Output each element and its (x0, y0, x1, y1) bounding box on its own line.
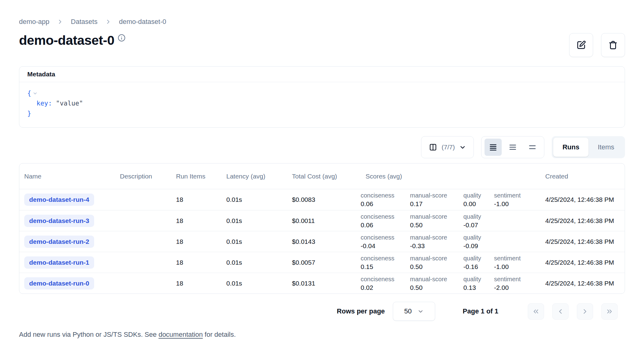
score-value: 0.00 (463, 200, 494, 208)
row-height-loose-button[interactable] (524, 139, 541, 156)
score-value: 0.06 (361, 200, 410, 208)
title-row: demo-dataset-0 (19, 33, 625, 57)
breadcrumb-item-datasets[interactable]: Datasets (71, 18, 98, 26)
score-label: manual-score (410, 275, 463, 283)
json-close-brace: } (27, 109, 31, 119)
score-value: -0.09 (463, 242, 494, 250)
table-header-row: Name Description Run Items Latency (avg)… (19, 163, 625, 189)
metadata-panel-title: Metadata (19, 67, 625, 82)
score-label: quality (463, 254, 494, 263)
page-size-select[interactable]: 50 (393, 302, 435, 321)
breadcrumb: demo-app Datasets demo-dataset-0 (19, 18, 625, 26)
score-label: manual-score (410, 254, 463, 263)
run-link[interactable]: demo-dataset-run-4 (24, 194, 94, 206)
run-link[interactable]: demo-dataset-run-3 (24, 215, 94, 227)
score-label: manual-score (410, 233, 463, 242)
run-total-cost: $0.0083 (287, 196, 361, 203)
json-key: key: (36, 98, 52, 109)
pagination-nav (528, 303, 618, 320)
run-scores: conciseness0.15 manual-score0.50 quality… (361, 254, 540, 271)
chevron-down-icon[interactable] (33, 91, 38, 96)
first-page-button[interactable] (528, 303, 544, 320)
tab-items[interactable]: Items (588, 138, 623, 157)
run-total-cost: $0.0011 (287, 217, 361, 225)
edit-dataset-button[interactable] (569, 33, 593, 57)
score-value: 0.17 (410, 200, 463, 208)
column-header-run-items: Run Items (171, 173, 221, 180)
column-header-created: Created (540, 173, 625, 180)
run-items-count: 18 (171, 196, 221, 203)
run-scores: conciseness0.06 manual-score0.50 quality… (361, 213, 540, 229)
score-value: 0.13 (463, 283, 494, 292)
sdk-hint-text: Add new runs via Python or JS/TS SDKs. S… (19, 331, 625, 339)
column-header-total-cost: Total Cost (avg) (287, 173, 361, 180)
table-row: demo-dataset-run-0 18 0.01s $0.0131 conc… (19, 273, 625, 294)
metadata-json-viewer: { key: "value" } (19, 82, 625, 127)
chevron-right-icon (105, 18, 112, 25)
chevrons-left-icon (532, 308, 540, 315)
score-label: quality (463, 233, 494, 242)
title-actions (569, 33, 625, 57)
run-link[interactable]: demo-dataset-run-1 (24, 256, 94, 269)
last-page-button[interactable] (601, 303, 618, 320)
run-created-timestamp: 4/25/2024, 12:46:38 PM (540, 217, 625, 225)
tab-runs[interactable]: Runs (553, 138, 588, 157)
score-value: 0.50 (410, 283, 463, 292)
score-label: quality (463, 275, 494, 283)
breadcrumb-item-current-dataset[interactable]: demo-dataset-0 (119, 18, 166, 26)
chevron-right-icon (581, 308, 589, 315)
run-created-timestamp: 4/25/2024, 12:46:38 PM (540, 259, 625, 266)
edit-icon (576, 40, 586, 50)
run-scores: conciseness-0.04 manual-score-0.33 quali… (361, 233, 540, 250)
score-value: -2.00 (494, 283, 533, 292)
score-value: -0.04 (361, 242, 410, 250)
page-size-value: 50 (404, 307, 412, 315)
chevron-down-icon (417, 308, 424, 315)
pagination-bar: Rows per page 50 Page 1 of 1 (19, 302, 625, 321)
trash-icon (608, 40, 618, 50)
row-height-dense-button[interactable] (485, 139, 502, 156)
column-header-latency: Latency (avg) (221, 173, 287, 180)
column-header-scores: Scores (avg) (361, 173, 540, 180)
run-latency: 0.01s (221, 259, 287, 266)
score-value: 0.50 (410, 221, 463, 229)
score-label: manual-score (410, 213, 463, 221)
column-header-description: Description (115, 173, 171, 180)
score-value: 0.15 (361, 263, 410, 271)
score-value: -0.16 (463, 263, 494, 271)
chevron-down-icon (459, 144, 466, 151)
run-link[interactable]: demo-dataset-run-2 (24, 236, 94, 248)
next-page-button[interactable] (577, 303, 593, 320)
run-latency: 0.01s (221, 217, 287, 225)
delete-dataset-button[interactable] (601, 33, 625, 57)
run-total-cost: $0.0143 (287, 238, 361, 245)
previous-page-button[interactable] (552, 303, 569, 320)
row-height-medium-button[interactable] (504, 139, 521, 156)
score-label: conciseness (361, 213, 410, 221)
table-row: demo-dataset-run-1 18 0.01s $0.0057 conc… (19, 252, 625, 273)
column-visibility-button[interactable]: (7/7) (421, 136, 474, 158)
run-link[interactable]: demo-dataset-run-0 (24, 277, 94, 290)
breadcrumb-item-project[interactable]: demo-app (19, 18, 49, 26)
run-scores: conciseness0.02 manual-score0.50 quality… (361, 275, 540, 292)
info-icon[interactable] (117, 34, 126, 42)
score-label: conciseness (361, 233, 410, 242)
runs-table: Name Description Run Items Latency (avg)… (19, 163, 625, 294)
run-latency: 0.01s (221, 238, 287, 245)
page-title: demo-dataset-0 (19, 33, 114, 48)
score-value: -1.00 (494, 263, 533, 271)
column-header-name: Name (19, 173, 115, 180)
run-created-timestamp: 4/25/2024, 12:46:38 PM (540, 238, 625, 245)
score-value: 0.50 (410, 263, 463, 271)
score-label: sentiment (494, 275, 533, 283)
score-value: 0.06 (361, 221, 410, 229)
score-label: sentiment (494, 191, 533, 200)
score-label: quality (463, 191, 494, 200)
rows-medium-icon (508, 143, 517, 152)
documentation-link[interactable]: documentation (159, 331, 203, 338)
run-items-count: 18 (171, 217, 221, 225)
run-items-count: 18 (171, 259, 221, 266)
run-items-count: 18 (171, 238, 221, 245)
score-label: sentiment (494, 254, 533, 263)
run-scores: conciseness0.06 manual-score0.17 quality… (361, 191, 540, 208)
